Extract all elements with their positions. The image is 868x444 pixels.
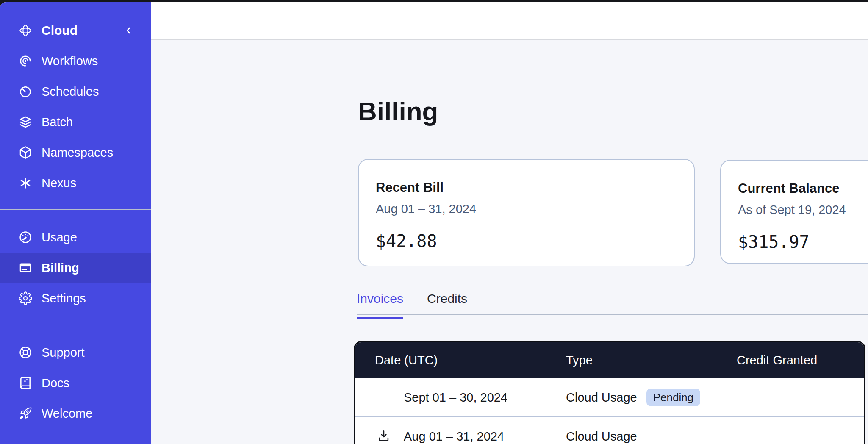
invoice-date: Aug 01 – 31, 2024 <box>404 430 504 444</box>
column-header-date: Date (UTC) <box>375 353 566 367</box>
sidebar-item-docs[interactable]: Docs <box>0 368 151 398</box>
usage-icon <box>19 230 32 244</box>
current-balance-card: Current Balance As of Sept 19, 2024 $315… <box>720 160 868 264</box>
sidebar-item-workflows[interactable]: Workflows <box>0 46 151 76</box>
column-header-type: Type <box>566 353 737 367</box>
invoices-table: Date (UTC) Type Credit Granted Sept 01 –… <box>354 341 865 444</box>
sidebar-item-usage[interactable]: Usage <box>0 222 151 253</box>
tab-credits[interactable]: Credits <box>427 291 467 319</box>
namespaces-icon <box>19 146 32 159</box>
batch-icon <box>19 115 32 129</box>
support-icon <box>19 346 32 359</box>
card-amount: $42.88 <box>376 231 677 251</box>
table-row: Sept 01 – 30, 2024 Cloud Usage Pending <box>355 378 864 416</box>
recent-bill-card: Recent Bill Aug 01 – 31, 2024 $42.88 <box>358 159 695 266</box>
tab-bar: Invoices Credits <box>357 291 467 319</box>
sidebar-item-namespaces[interactable]: Namespaces <box>0 137 151 168</box>
docs-icon <box>19 376 32 390</box>
table-header: Date (UTC) Type Credit Granted <box>355 342 864 378</box>
card-date-range: Aug 01 – 31, 2024 <box>376 202 677 216</box>
column-header-credit-granted: Credit Granted <box>737 353 864 367</box>
workflows-icon <box>19 54 32 68</box>
sidebar-item-billing[interactable]: Billing <box>0 253 151 283</box>
welcome-rocket-icon <box>19 407 32 420</box>
schedules-icon <box>19 85 32 98</box>
download-invoice-icon[interactable] <box>377 429 393 444</box>
tab-invoices[interactable]: Invoices <box>357 291 403 319</box>
invoice-type: Cloud Usage <box>566 430 637 444</box>
sidebar-item-nexus[interactable]: Nexus <box>0 168 151 198</box>
chevron-left-icon[interactable] <box>123 25 134 36</box>
invoice-type: Cloud Usage <box>566 391 637 405</box>
top-header-bar <box>151 2 868 40</box>
billing-icon <box>19 261 32 275</box>
table-row: Aug 01 – 31, 2024 Cloud Usage <box>355 416 864 444</box>
sidebar-item-welcome[interactable]: Welcome <box>0 398 151 429</box>
card-amount: $315.97 <box>738 232 868 252</box>
sidebar: Cloud Workflows <box>0 2 151 444</box>
sidebar-brand[interactable]: Cloud <box>0 15 151 46</box>
sidebar-item-settings[interactable]: Settings <box>0 283 151 314</box>
sidebar-item-batch[interactable]: Batch <box>0 107 151 137</box>
sidebar-item-schedules[interactable]: Schedules <box>0 76 151 107</box>
settings-icon <box>19 291 32 305</box>
card-as-of-date: As of Sept 19, 2024 <box>738 203 868 217</box>
app-window: Cloud Workflows <box>0 2 868 444</box>
invoice-date: Sept 01 – 30, 2024 <box>404 391 507 405</box>
status-badge: Pending <box>646 388 700 407</box>
card-title: Recent Bill <box>376 180 677 195</box>
card-title: Current Balance <box>738 181 868 196</box>
page-title: Billing <box>358 96 438 126</box>
brand-label: Cloud <box>42 23 123 38</box>
nexus-icon <box>19 176 32 190</box>
sidebar-item-support[interactable]: Support <box>0 337 151 368</box>
temporal-cloud-logo-icon <box>19 24 32 37</box>
